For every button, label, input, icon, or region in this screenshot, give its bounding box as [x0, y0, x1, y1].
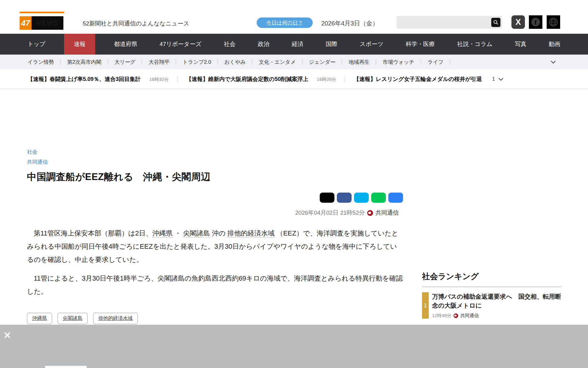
- close-icon[interactable]: [4, 332, 11, 339]
- ranking-item-source: 共同通信: [460, 313, 479, 319]
- nav-item-sports[interactable]: スポーツ: [356, 34, 387, 55]
- paragraph-text: ・: [173, 229, 183, 237]
- article-main: 社会 共同通信 中国調査船がEEZ離れる 沖縄・尖閣周辺 2026年04月02日…: [27, 148, 403, 341]
- search-button[interactable]: [491, 18, 500, 27]
- nav-item-shashin[interactable]: 写真: [511, 34, 530, 55]
- nav-item-kagaku-iryo[interactable]: 科学・医療: [402, 34, 439, 55]
- subnav-item-okuyami[interactable]: おくやみ: [218, 59, 252, 66]
- logo-47-badge: 47: [20, 16, 32, 30]
- ticker-headline: 【速報】維新内で大阪府議会定数の50削減案浮上: [186, 75, 308, 83]
- topic-subnav: イラン情勢 第2次高市内閣 大リーグ 大谷翔平 トランプ2.0 おくやみ 文化・…: [0, 55, 588, 69]
- nav-item-todofuken[interactable]: 都道府県: [110, 34, 141, 55]
- search-icon: [493, 20, 499, 25]
- nav-item-47reporters[interactable]: 47リポーターズ: [156, 34, 205, 55]
- article-paragraph: 11管によると、3月30日午後1時半ごろ、尖閣諸島の魚釣島西北西約69キロの海域…: [27, 272, 403, 298]
- ticker-item[interactable]: 【速報】春闘賃上げ率5.09％、連合3回目集計 16時32分: [28, 75, 169, 83]
- rank-number-badge: 1: [422, 292, 429, 319]
- article-published-time: 2026年04月02日 21時52分: [295, 209, 365, 217]
- breadcrumb-category-link[interactable]: 社会: [27, 148, 37, 155]
- inline-link-senkaku[interactable]: 尖閣諸島: [183, 229, 210, 238]
- subnav-item-culture-entertainment[interactable]: 文化・エンタメ: [252, 59, 302, 66]
- header-date: 2026年4月3日（金）: [321, 19, 379, 28]
- today-what-day-button[interactable]: 今日は何の日？: [257, 17, 313, 28]
- logo-news-wordmark: NEWS: [32, 16, 63, 30]
- share-button-blue[interactable]: [388, 193, 403, 203]
- article-meta-row: 2026年04月02日 21時52分 共同通信: [27, 209, 403, 217]
- sidebar-ranking: 社会ランキング 1 万博バスの補助金返還要求へ 国交相、転用断念の大阪メトロに …: [422, 271, 561, 319]
- overlay-white-strip: [45, 366, 87, 368]
- ticker-item[interactable]: 【速報】維新内で大阪府議会定数の50削減案浮上 16時25分: [186, 75, 336, 83]
- nav-item-top[interactable]: トップ: [24, 34, 49, 55]
- paragraph-text: 沖の: [210, 229, 228, 237]
- ticker-headline: 【速報】レスリング女子五輪金メダルの桜井が引退: [354, 75, 482, 83]
- article-title: 中国調査船がEEZ離れる 沖縄・尖閣周辺: [27, 171, 403, 183]
- subnav-item-market-watch[interactable]: 市場ウォッチ: [376, 59, 421, 66]
- share-button-twitter[interactable]: [354, 193, 369, 203]
- divider: [345, 76, 345, 82]
- ticker-time: 16時25分: [317, 77, 336, 82]
- paragraph-text: 第11管区海上保安本部（那覇）は2日、: [27, 229, 153, 237]
- nav-item-shakai[interactable]: 社会: [220, 34, 239, 55]
- ticker-counter: 1: [492, 76, 495, 82]
- globe-icon: [548, 17, 558, 27]
- nav-item-shasetsu-column[interactable]: 社説・コラム: [454, 34, 496, 55]
- subnav-item-iran[interactable]: イラン情勢: [28, 59, 60, 66]
- kyodo-news-icon: [367, 210, 373, 216]
- subnav-item-trump[interactable]: トランプ2.0: [176, 59, 217, 66]
- logo-orange-line: [20, 12, 64, 13]
- subnav-item-mlb[interactable]: 大リーグ: [108, 59, 142, 66]
- nav-item-doga[interactable]: 動画: [545, 34, 564, 55]
- ranking-item-time: 12時48分: [432, 313, 451, 319]
- site-header: 47 NEWS 52新聞社と共同通信のよんななニュース 今日は何の日？ 2026…: [0, 0, 588, 34]
- nav-item-seiji[interactable]: 政治: [254, 34, 273, 55]
- ticker-item[interactable]: 【速報】レスリング女子五輪金メダルの桜井が引退: [354, 75, 482, 83]
- share-button-row: [27, 193, 403, 203]
- globe-language-icon[interactable]: [547, 15, 560, 29]
- site-logo[interactable]: 47 NEWS: [20, 12, 64, 30]
- subnav-item-gender[interactable]: ジェンダー: [303, 59, 342, 66]
- subnav-item-ohtani[interactable]: 大谷翔平: [142, 59, 176, 66]
- search-box: [397, 16, 502, 29]
- subnav-item-takaichi-cabinet[interactable]: 第2次高市内閣: [61, 59, 107, 66]
- subnav-item-chiiki-saisei[interactable]: 地域再生: [342, 59, 376, 66]
- facebook-social-icon[interactable]: f: [529, 15, 542, 29]
- tag-eez[interactable]: 排他的経済水域: [93, 313, 138, 324]
- article-paragraph: 第11管区海上保安本部（那覇）は2日、沖縄県 ・ 尖閣諸島 沖の 排他的経済水域…: [27, 227, 403, 266]
- ticker-headline: 【速報】春闘賃上げ率5.09％、連合3回目集計: [28, 75, 141, 83]
- nav-item-keizai[interactable]: 経済: [288, 34, 307, 55]
- share-button-x[interactable]: [320, 193, 334, 203]
- breadcrumb-source-link[interactable]: 共同通信: [27, 159, 48, 166]
- x-social-icon[interactable]: X: [511, 15, 525, 29]
- ranking-item[interactable]: 1 万博バスの補助金返還要求へ 国交相、転用断念の大阪メトロに 12時48分 共…: [422, 292, 561, 319]
- ranking-item-title: 万博バスの補助金返還要求へ 国交相、転用断念の大阪メトロに: [432, 292, 561, 310]
- breaking-news-ticker: 【速報】春闘賃上げ率5.09％、連合3回目集計 16時32分 【速報】維新内で大…: [0, 69, 588, 89]
- share-button-facebook[interactable]: [337, 193, 352, 203]
- subnav-item-life[interactable]: ライフ: [421, 59, 450, 66]
- bottom-ad-overlay: [0, 325, 588, 368]
- tag-senkaku[interactable]: 尖閣諸島: [58, 313, 88, 324]
- tag-okinawa[interactable]: 沖縄県: [27, 313, 52, 324]
- inline-link-okinawa[interactable]: 沖縄県: [153, 229, 173, 238]
- chevron-down-icon[interactable]: [499, 76, 503, 81]
- site-tagline: 52新聞社と共同通信のよんななニュース: [83, 20, 189, 28]
- ranking-item-meta: 12時48分 共同通信: [432, 313, 561, 319]
- divider: [450, 59, 450, 65]
- facebook-icon: f: [531, 18, 540, 26]
- search-input[interactable]: [397, 16, 491, 29]
- tag-list: 沖縄県 尖閣諸島 排他的経済水域: [27, 313, 403, 324]
- chevron-down-icon[interactable]: [551, 59, 556, 63]
- nav-item-kokusai[interactable]: 国際: [322, 34, 341, 55]
- ticker-time: 16時32分: [149, 77, 168, 82]
- main-navigation: トップ 速報 都道府県 47リポーターズ 社会 政治 経済 国際 スポーツ 科学…: [0, 34, 588, 55]
- article-source-name: 共同通信: [375, 209, 399, 217]
- divider: [177, 76, 178, 82]
- share-button-line[interactable]: [371, 193, 386, 203]
- kyodo-news-icon: [454, 313, 458, 318]
- ranking-section-title: 社会ランキング: [422, 271, 561, 287]
- nav-item-sokuho[interactable]: 速報: [64, 34, 95, 55]
- inline-link-eez[interactable]: 排他的経済水域: [228, 229, 275, 238]
